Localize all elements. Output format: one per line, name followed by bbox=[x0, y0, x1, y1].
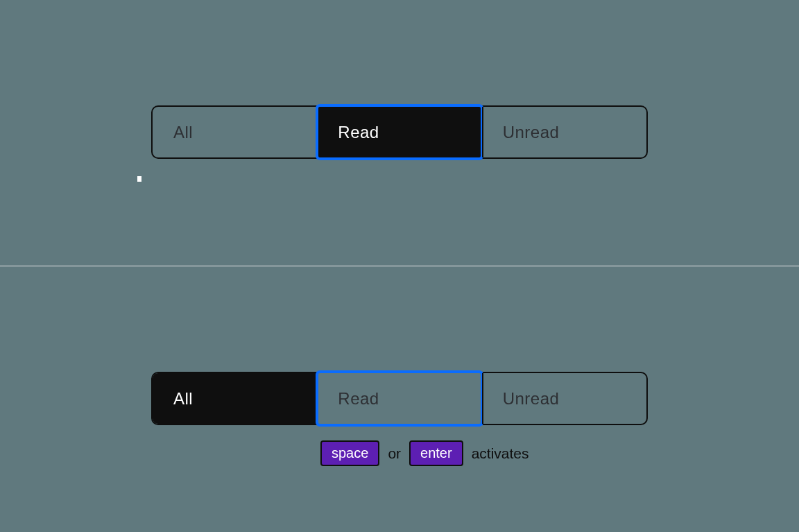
keyboard-hint: space or enter activates bbox=[151, 440, 648, 466]
content-switcher-tab-all[interactable]: All bbox=[153, 373, 317, 424]
cursor-caret-icon bbox=[137, 176, 141, 182]
content-switcher-tab-read[interactable]: Read bbox=[317, 107, 481, 157]
key-space: space bbox=[320, 440, 379, 466]
content-switcher-tab-read[interactable]: Read bbox=[317, 373, 481, 424]
hint-activates: activates bbox=[472, 445, 529, 462]
key-enter: enter bbox=[409, 440, 463, 466]
content-switcher-tab-unread[interactable]: Unread bbox=[482, 107, 646, 157]
content-switcher: All Read Unread bbox=[151, 372, 648, 425]
example-focus-matches-selection: All Read Unread bbox=[0, 0, 799, 266]
example-focus-differs-from-selection: All Read Unread space or enter activates bbox=[0, 266, 799, 532]
hint-or: or bbox=[388, 445, 401, 462]
content-switcher-tab-all[interactable]: All bbox=[153, 107, 317, 157]
content-switcher: All Read Unread bbox=[151, 105, 648, 159]
content-switcher-tab-unread[interactable]: Unread bbox=[482, 373, 646, 424]
